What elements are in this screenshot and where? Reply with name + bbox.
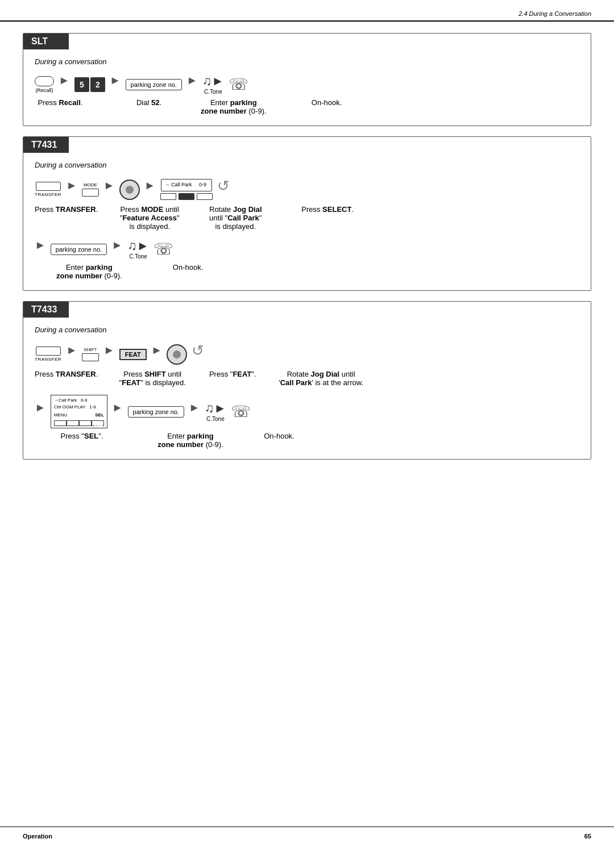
parking-input: parking zone no. xyxy=(126,79,182,90)
jog-dial-icon xyxy=(119,180,140,200)
mode-icon: MODE xyxy=(82,182,99,197)
shift-btn-shape xyxy=(82,353,99,361)
footer-left: Operation xyxy=(23,833,52,840)
t7433-section: T7433 During a conversation TRANSFER ► S… xyxy=(23,301,591,460)
t7431-select-display: → Call Park 0-9 xyxy=(160,179,213,200)
select-btn-3 xyxy=(197,193,213,200)
arrow-t3: ► xyxy=(144,180,156,191)
t7431-subtitle: During a conversation xyxy=(35,161,579,169)
t7431-desc4: Press SELECT. xyxy=(301,205,354,214)
t7433-feat: FEAT xyxy=(119,349,147,360)
t7431-row2: ► parking zone no. ► ♫► C.Tone ☏ xyxy=(35,239,579,260)
recall-button-shape xyxy=(35,76,54,86)
t7433-ctone-label: C.Tone xyxy=(206,416,225,422)
t7431-title: T7431 xyxy=(23,137,69,153)
t7433-desc2: Press SHIFT until"FEAT" is displayed. xyxy=(118,370,186,387)
t7431-ctone: ♫► C.Tone xyxy=(127,239,149,260)
t7431-desc6: On-hook. xyxy=(171,263,205,272)
arrow-t7433-2: ► xyxy=(103,344,115,356)
t7431-onhook: ☏ xyxy=(154,240,173,258)
t7433-display-line1: →Call Park 0-9 xyxy=(54,397,104,404)
t7433-parking: parking zone no. xyxy=(128,406,184,418)
slt-desc-1: Press Recall. xyxy=(35,98,86,107)
arrow-t1: ► xyxy=(66,180,77,191)
redo-arrow-1: ↺ xyxy=(217,177,230,195)
arrow-t7433-3: ► xyxy=(151,344,163,356)
slt-subtitle: During a conversation xyxy=(35,57,579,66)
slt-desc-3: Enter parkingzone number (0-9). xyxy=(201,98,267,115)
dial-key-2: 2 xyxy=(90,77,105,92)
t7433-row2: ► →Call Park 0-9 CM OGM PLAY 1-9 MENU SE… xyxy=(35,395,579,428)
t7431-row1: TRANSFER ► MODE ► xyxy=(35,177,579,202)
t7433-transfer-btn xyxy=(36,347,61,356)
t7431-desc2: Press MODE until"Feature Access"is displ… xyxy=(118,205,181,231)
t7433-sel-display: →Call Park 0-9 CM OGM PLAY 1-9 MENU SEL … xyxy=(51,395,107,428)
select-screen: → Call Park 0-9 xyxy=(161,179,212,191)
t7433-display-line2: CM OGM PLAY 1-9 xyxy=(54,404,104,411)
arrow-t5: ► xyxy=(111,239,123,251)
ctone-waves: ♫► xyxy=(202,74,224,89)
slt-desc-2: Dial 52. xyxy=(129,98,169,107)
t7433-menu-label: MENU xyxy=(54,412,68,419)
t7433-row1: TRANSFER ► SHIFT ► FEAT xyxy=(35,342,579,366)
slt-step-parking: parking zone no. xyxy=(126,79,182,90)
transfer-btn-shape xyxy=(36,182,61,191)
t7431-section: T7431 During a conversation TRANSFER ► M… xyxy=(23,136,591,291)
t7431-transfer: TRANSFER xyxy=(35,182,61,197)
select-btn-2 xyxy=(179,193,194,200)
transfer-label: TRANSFER xyxy=(35,192,61,197)
mode-top-label: MODE xyxy=(84,182,97,187)
t7433-ctone: ♫► C.Tone xyxy=(205,401,226,422)
t7433-shift: SHIFT xyxy=(82,347,99,361)
main-content: SLT During a conversation (Recall) ► 5 xyxy=(0,22,614,471)
slt-desc-4: On-hook. xyxy=(310,98,344,107)
t7433-jog-inner xyxy=(173,350,181,358)
arrow-t2: ► xyxy=(103,180,115,191)
t7433-btn-sel: SEL xyxy=(92,420,104,426)
dial-key-5: 5 xyxy=(74,77,89,92)
t7433-desc7: On-hook. xyxy=(262,432,296,440)
t7431-desc-row2: Enter parkingzone number (0-9). On-hook. xyxy=(35,263,579,280)
arrow-t7433-1: ► xyxy=(66,344,77,356)
t7433-jog xyxy=(167,344,187,365)
t7433-parking-input: parking zone no. xyxy=(128,406,184,418)
t7431-parking: parking zone no. xyxy=(51,244,107,255)
t7433-desc3: Press "FEAT". xyxy=(207,370,258,378)
select-screen-text: → Call Park 0-9 xyxy=(165,182,207,187)
t7433-desc-row2: Press "SEL". Enter parkingzone number (0… xyxy=(35,432,579,449)
t7431-onhook-icon: ☏ xyxy=(154,240,173,258)
t7431-desc-row1: Press TRANSFER. Press MODE until"Feature… xyxy=(35,205,579,231)
header-section-title: 2.4 During a Conversation xyxy=(518,10,591,17)
t7433-btn-1 xyxy=(54,420,67,426)
ctone-label: C.Tone xyxy=(204,89,222,95)
slt-section: SLT During a conversation (Recall) ► 5 xyxy=(23,33,591,126)
page-footer: Operation 65 xyxy=(0,827,614,845)
t7431-desc1: Press TRANSFER. xyxy=(35,205,98,214)
t7433-onhook-icon: ☏ xyxy=(231,402,251,421)
slt-body: During a conversation (Recall) ► 5 2 xyxy=(23,49,591,126)
dial-icon: 5 2 xyxy=(74,77,105,92)
slt-step-ctone: ♫► C.Tone xyxy=(202,74,224,95)
mode-btn-shape xyxy=(82,189,99,197)
t7431-parking-input: parking zone no. xyxy=(51,244,107,255)
t7433-desc6: Enter parkingzone number (0-9). xyxy=(156,432,225,449)
t7431-ctone-icon: ♫► C.Tone xyxy=(127,239,149,260)
slt-steps-row: (Recall) ► 5 2 ► parking zone no. ► xyxy=(35,74,579,95)
t7433-onhook: ☏ xyxy=(231,402,251,421)
select-display-area: → Call Park 0-9 xyxy=(160,179,213,200)
t7433-transfer-icon: TRANSFER xyxy=(35,347,61,362)
t7433-desc-row1: Press TRANSFER. Press SHIFT until"FEAT" … xyxy=(35,370,579,387)
slt-step-recall: (Recall) xyxy=(35,76,54,93)
feat-btn-shape: FEAT xyxy=(119,349,147,360)
t7433-desc1: Press TRANSFER. xyxy=(35,370,98,378)
t7433-menu-labels: MENU SEL xyxy=(54,412,104,419)
select-btn-1 xyxy=(160,193,176,200)
t7433-ctone-waves: ♫► xyxy=(205,401,226,416)
arrow-3: ► xyxy=(186,74,198,86)
t7433-transfer: TRANSFER xyxy=(35,347,61,362)
arrow-2: ► xyxy=(110,74,121,86)
t7433-desc4: Rotate Jog Dial until'Call Park' is at t… xyxy=(279,370,363,387)
t7431-body: During a conversation TRANSFER ► MODE xyxy=(23,153,591,290)
slt-step-dial: 5 2 xyxy=(74,77,105,92)
arrow-t4: ► xyxy=(35,239,46,251)
